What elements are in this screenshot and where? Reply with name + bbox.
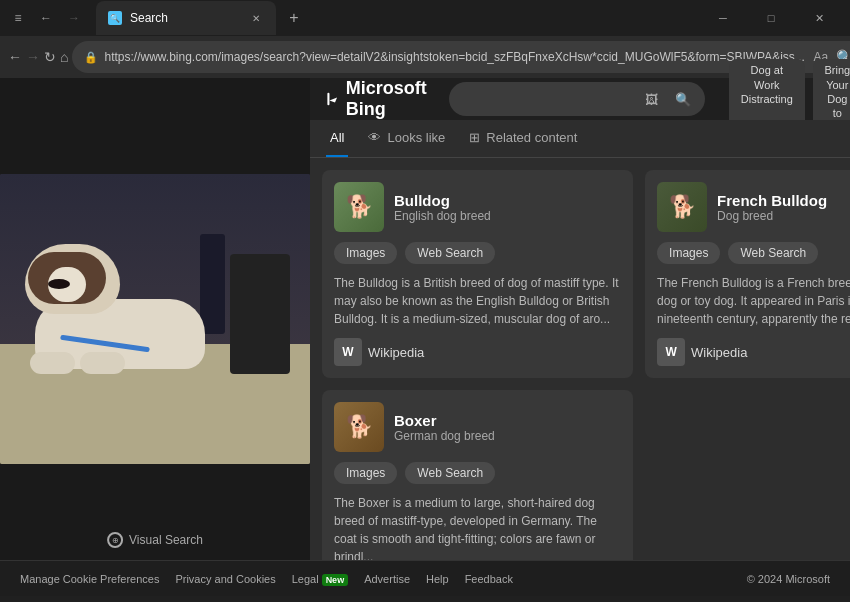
search-input[interactable] xyxy=(463,92,631,107)
related-content-icon: ⊞ xyxy=(469,130,480,145)
active-tab[interactable]: 🔍 Search ✕ xyxy=(96,1,276,35)
search-submit-icon[interactable]: 🔍 xyxy=(669,85,697,113)
tab-label: Search xyxy=(130,11,240,25)
french-bulldog-wikipedia-link[interactable]: W Wikipedia xyxy=(657,338,850,366)
bulldog-title: Bulldog xyxy=(394,192,491,209)
new-tab-button[interactable]: + xyxy=(280,4,308,32)
results-area: 🐕 Bulldog English dog breed Images Web S… xyxy=(310,158,850,560)
image-search-icon[interactable]: 🖼 xyxy=(637,85,665,113)
back-button[interactable]: ← xyxy=(8,43,22,71)
results-right-column: 🐕 French Bulldog Dog breed Images Web Se… xyxy=(645,170,850,548)
bulldog-subtitle: English dog breed xyxy=(394,209,491,223)
home-button[interactable]: ⌂ xyxy=(60,43,68,71)
french-bulldog-subtitle: Dog breed xyxy=(717,209,827,223)
navigation-bar: ← → ↻ ⌂ 🔒 https://www.bing.com/images/se… xyxy=(0,36,850,78)
footer-legal[interactable]: LegalNew xyxy=(292,573,348,585)
bing-logo-icon xyxy=(326,89,340,109)
forward-icon[interactable]: → xyxy=(64,8,84,28)
dog-image-area xyxy=(0,78,310,560)
dog-nose xyxy=(48,279,70,289)
footer-advertise[interactable]: Advertise xyxy=(364,573,410,585)
bulldog-thumbnail: 🐕 xyxy=(334,182,384,232)
footer-copyright: © 2024 Microsoft xyxy=(747,573,830,585)
footer-cookie-prefs[interactable]: Manage Cookie Preferences xyxy=(20,573,159,585)
tab-close-button[interactable]: ✕ xyxy=(248,10,264,26)
browser-chrome: ≡ ← → 🔍 Search ✕ + ─ □ ✕ ← → ↻ ⌂ 🔒 https… xyxy=(0,0,850,78)
search-box-icons: 🖼 🔍 xyxy=(637,85,697,113)
french-bulldog-thumbnail: 🐕 xyxy=(657,182,707,232)
bulldog-wikipedia-label: Wikipedia xyxy=(368,345,424,360)
refresh-button[interactable]: ↻ xyxy=(44,43,56,71)
footer-feedback[interactable]: Feedback xyxy=(465,573,513,585)
window-controls: ─ □ ✕ xyxy=(700,4,842,32)
tab-looks-like[interactable]: 👁 Looks like xyxy=(364,120,449,157)
boxer-thumbnail: 🐕 xyxy=(334,402,384,452)
tab-related-content[interactable]: ⊞ Related content xyxy=(465,120,581,157)
bulldog-card-info: Bulldog English dog breed xyxy=(394,192,491,223)
looks-like-icon: 👁 xyxy=(368,130,381,145)
bing-logo: Microsoft Bing xyxy=(326,78,433,120)
wikipedia-icon: W xyxy=(334,338,362,366)
left-image-panel: ⊕ Visual Search xyxy=(0,78,310,560)
footer-privacy[interactable]: Privacy and Cookies xyxy=(175,573,275,585)
visual-search-icon: ⊕ xyxy=(107,532,123,548)
bulldog-web-search-button[interactable]: Web Search xyxy=(405,242,495,264)
visual-search-label: Visual Search xyxy=(129,533,203,547)
dog-paw-front-left xyxy=(30,352,75,374)
bulldog-card: 🐕 Bulldog English dog breed Images Web S… xyxy=(322,170,633,378)
boxer-card-info: Boxer German dog breed xyxy=(394,412,495,443)
bulldog-wikipedia-link[interactable]: W Wikipedia xyxy=(334,338,621,366)
tab-bar: ≡ ← → 🔍 Search ✕ + ─ □ ✕ xyxy=(0,0,850,36)
french-bulldog-wikipedia-icon: W xyxy=(657,338,685,366)
visual-search-button[interactable]: ⊕ Visual Search xyxy=(107,532,203,548)
footer-legal-label: Legal xyxy=(292,573,319,585)
french-bulldog-wikipedia-label: Wikipedia xyxy=(691,345,747,360)
tab-favicon-icon: 🔍 xyxy=(108,11,122,25)
result-tabs: All 👁 Looks like ⊞ Related content xyxy=(310,120,850,158)
boxer-web-search-button[interactable]: Web Search xyxy=(405,462,495,484)
back-icon[interactable]: ← xyxy=(36,8,56,28)
close-button[interactable]: ✕ xyxy=(796,4,842,32)
boxer-card: 🐕 Boxer German dog breed Images Web Sear… xyxy=(322,390,633,560)
sidebar-toggle[interactable]: ≡ xyxy=(8,8,28,28)
main-content: ⊕ Visual Search Microsoft Bing 🖼 🔍 xyxy=(0,78,850,560)
boxer-buttons: Images Web Search xyxy=(334,462,621,484)
boxer-subtitle: German dog breed xyxy=(394,429,495,443)
forward-button[interactable]: → xyxy=(26,43,40,71)
boxer-images-button[interactable]: Images xyxy=(334,462,397,484)
boxer-card-header: 🐕 Boxer German dog breed xyxy=(334,402,621,452)
french-bulldog-card-header: 🐕 French Bulldog Dog breed xyxy=(657,182,850,232)
lock-icon: 🔒 xyxy=(84,51,98,64)
french-bulldog-card: 🐕 French Bulldog Dog breed Images Web Se… xyxy=(645,170,850,378)
bing-header: Microsoft Bing 🖼 🔍 Dog at Work Distracti… xyxy=(310,78,850,120)
right-results-panel: Microsoft Bing 🖼 🔍 Dog at Work Distracti… xyxy=(310,78,850,560)
french-bulldog-web-search-button[interactable]: Web Search xyxy=(728,242,818,264)
footer-help[interactable]: Help xyxy=(426,573,449,585)
tab-all-label: All xyxy=(330,130,344,145)
url-text: https://www.bing.com/images/search?view=… xyxy=(104,50,804,64)
svg-rect-1 xyxy=(327,93,329,105)
promo-bring-dog-line1: Bring Your xyxy=(824,64,850,90)
maximize-button[interactable]: □ xyxy=(748,4,794,32)
french-bulldog-images-button[interactable]: Images xyxy=(657,242,720,264)
promo-distracting-text: Dog at Work Distracting xyxy=(741,64,793,105)
bulldog-images-button[interactable]: Images xyxy=(334,242,397,264)
boxer-description: The Boxer is a medium to large, short-ha… xyxy=(334,494,621,560)
french-bulldog-buttons: Images Web Search xyxy=(657,242,850,264)
bulldog-description: The Bulldog is a British breed of dog of… xyxy=(334,274,621,328)
minimize-button[interactable]: ─ xyxy=(700,4,746,32)
dog-paw-front-right xyxy=(80,352,125,374)
footer: Manage Cookie Preferences Privacy and Co… xyxy=(0,560,850,596)
tab-all[interactable]: All xyxy=(326,120,348,157)
french-bulldog-description: The French Bulldog is a French breed of … xyxy=(657,274,850,328)
footer-new-badge: New xyxy=(322,574,349,586)
bg-computer xyxy=(230,254,290,374)
bulldog-buttons: Images Web Search xyxy=(334,242,621,264)
french-bulldog-title: French Bulldog xyxy=(717,192,827,209)
bulldog-card-header: 🐕 Bulldog English dog breed xyxy=(334,182,621,232)
boxer-title: Boxer xyxy=(394,412,495,429)
results-left-column: 🐕 Bulldog English dog breed Images Web S… xyxy=(322,170,633,548)
footer-links: Manage Cookie Preferences Privacy and Co… xyxy=(20,573,513,585)
tab-controls: ≡ ← → xyxy=(8,8,92,28)
search-box[interactable]: 🖼 🔍 xyxy=(449,82,705,116)
